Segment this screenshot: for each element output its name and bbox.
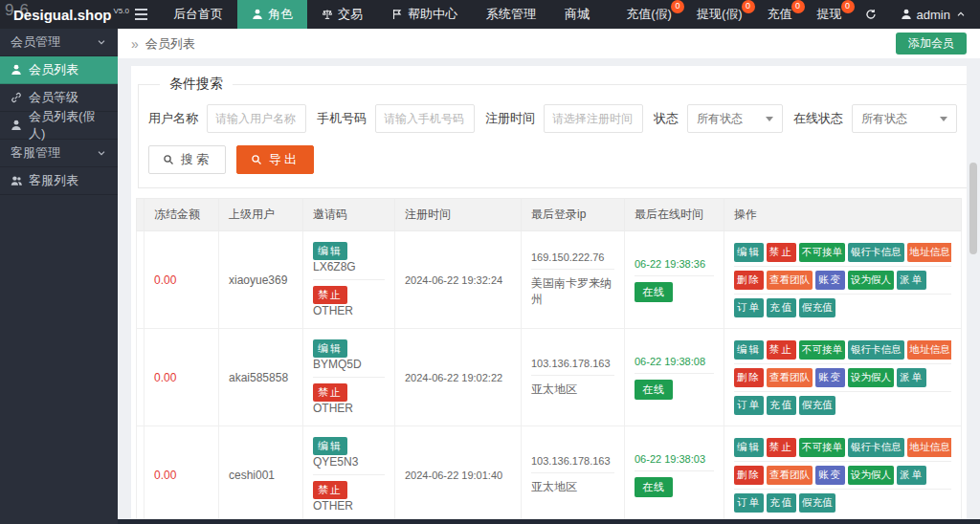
- add-member-button[interactable]: 添加会员: [896, 33, 967, 55]
- user-menu[interactable]: admin: [887, 8, 980, 22]
- fake-recharge-button[interactable]: 假充值: [799, 298, 835, 317]
- invite-code-cell: 编辑BYMQ5D禁止OTHER: [303, 329, 395, 426]
- sidebar-group-customer-service-management[interactable]: 客服管理: [0, 140, 118, 167]
- top-bar: 96 Desigual.shopV5.0 后台首页角色交易帮助中心系统管理商城 …: [0, 0, 980, 29]
- fake-recharge-button[interactable]: 假充值: [799, 493, 835, 513]
- delete-button[interactable]: 删除: [734, 466, 764, 485]
- invite-ban-button[interactable]: 禁止: [313, 481, 347, 499]
- table-row: 0.00akai585858编辑BYMQ5D禁止OTHER2024-06-22 …: [137, 329, 962, 426]
- phone-input[interactable]: [375, 104, 475, 133]
- online-status-badge: 在线: [635, 477, 673, 497]
- invite-ban-button[interactable]: 禁止: [313, 383, 347, 402]
- view-team-button[interactable]: 查看团队: [767, 368, 813, 387]
- invite-channel-row: 禁止OTHER: [313, 279, 385, 323]
- export-button[interactable]: 导出: [236, 145, 314, 174]
- shortcut-label: 充值(假): [626, 7, 672, 21]
- set-as-fake-button[interactable]: 设为假人: [848, 466, 894, 485]
- caret-icon: [766, 117, 773, 125]
- account-change-button[interactable]: 账变: [815, 368, 845, 387]
- username-input[interactable]: [207, 104, 306, 133]
- user-icon: [11, 120, 22, 131]
- vertical-scrollbar[interactable]: [969, 163, 977, 254]
- recharge-button[interactable]: 充值: [767, 396, 796, 415]
- bank-card-info-button[interactable]: 银行卡信息: [848, 243, 904, 262]
- order-button[interactable]: 订单: [734, 396, 764, 415]
- nav-item-trade[interactable]: 交易: [307, 0, 377, 29]
- invite-edit-button[interactable]: 编辑: [313, 437, 347, 455]
- nav-item-home[interactable]: 后台首页: [159, 0, 237, 29]
- sidebar-group-member-management[interactable]: 会员管理: [0, 29, 118, 56]
- account-change-button[interactable]: 账变: [815, 271, 845, 290]
- refresh-button[interactable]: [855, 9, 887, 20]
- set-as-fake-button[interactable]: 设为假人: [848, 271, 894, 290]
- shortcut-withdraw[interactable]: 提现0: [805, 0, 855, 29]
- search-actions: 搜索 导出: [148, 145, 957, 174]
- ip-value: 103.136.178.163: [531, 449, 614, 472]
- flag-icon: [391, 9, 403, 20]
- invite-ban-button[interactable]: 禁止: [313, 286, 347, 304]
- dispatch-order-button[interactable]: 派单: [897, 271, 926, 290]
- dispatch-order-button[interactable]: 派单: [897, 466, 926, 485]
- horizontal-scrollbar[interactable]: [118, 519, 980, 524]
- nav-item-label: 角色: [268, 0, 293, 29]
- fake-recharge-button[interactable]: 假充值: [799, 396, 835, 415]
- ban-button[interactable]: 禁止: [767, 438, 796, 457]
- set-as-fake-button[interactable]: 设为假人: [848, 368, 894, 387]
- address-info-button[interactable]: 地址信息: [907, 438, 952, 457]
- sidebar-item-member-list-fake[interactable]: 会员列表(假人): [0, 112, 118, 140]
- recharge-button[interactable]: 充值: [767, 493, 796, 513]
- nav-item-role[interactable]: 角色: [237, 0, 307, 29]
- sidebar-item-customer-service-list[interactable]: 客服列表: [0, 167, 118, 195]
- address-info-button[interactable]: 地址信息: [907, 340, 952, 360]
- address-info-button[interactable]: 地址信息: [907, 243, 952, 262]
- sidebar-item-member-list[interactable]: 会员列表: [0, 56, 118, 84]
- status-select-value: 所有状态: [697, 111, 743, 127]
- operation-row: 订单充值假充值: [734, 489, 951, 516]
- register-time-cell: 2024-06-22 19:01:40: [395, 426, 522, 524]
- bank-card-info-button[interactable]: 银行卡信息: [848, 340, 904, 360]
- col-register-time: 注册时间: [395, 199, 522, 231]
- ip-location: 亚太地区: [531, 472, 614, 501]
- account-change-button[interactable]: 账变: [815, 466, 845, 485]
- view-team-button[interactable]: 查看团队: [767, 271, 813, 290]
- shortcut-withdraw-fake[interactable]: 提现(假)0: [684, 0, 755, 29]
- no-accept-order-button[interactable]: 不可接单: [799, 438, 845, 457]
- nav-item-system-manage[interactable]: 系统管理: [472, 0, 550, 29]
- edit-button[interactable]: 编辑: [734, 340, 764, 360]
- edit-button[interactable]: 编辑: [734, 438, 764, 457]
- order-button[interactable]: 订单: [734, 298, 764, 317]
- delete-button[interactable]: 删除: [734, 271, 764, 290]
- ban-button[interactable]: 禁止: [767, 340, 796, 360]
- main-area: » 会员列表 添加会员 条件搜索 用户名称手机号码注册时间状态所有状态在线状态所…: [118, 29, 980, 524]
- recharge-button[interactable]: 充值: [767, 298, 796, 317]
- sidebar-item-label: 客服列表: [29, 172, 78, 189]
- last-online-time-value: 06-22 19:38:03: [635, 448, 714, 470]
- edit-button[interactable]: 编辑: [734, 243, 764, 262]
- invite-channel-value: OTHER: [313, 304, 353, 317]
- status-select[interactable]: 所有状态: [687, 104, 783, 133]
- invite-edit-button[interactable]: 编辑: [313, 339, 347, 358]
- nav-item-mall[interactable]: 商城: [550, 0, 604, 29]
- app-logo-version: V5.0: [114, 7, 129, 15]
- view-team-button[interactable]: 查看团队: [767, 466, 813, 485]
- online-status-select[interactable]: 所有状态: [852, 104, 957, 133]
- register-time-input[interactable]: [544, 104, 643, 133]
- dispatch-order-button[interactable]: 派单: [897, 368, 926, 387]
- no-accept-order-button[interactable]: 不可接单: [799, 243, 845, 262]
- no-accept-order-button[interactable]: 不可接单: [799, 340, 845, 360]
- shortcut-recharge[interactable]: 充值0: [755, 0, 805, 29]
- order-button[interactable]: 订单: [734, 493, 764, 513]
- invite-edit-button[interactable]: 编辑: [313, 242, 347, 260]
- operation-row: 编辑禁止不可接单银行卡信息地址信息: [734, 434, 951, 461]
- parent-user-cell: ceshi001: [219, 426, 303, 524]
- bank-card-info-button[interactable]: 银行卡信息: [848, 438, 904, 457]
- nav-item-help-center[interactable]: 帮助中心: [377, 0, 472, 29]
- shortcut-recharge-fake[interactable]: 充值(假)0: [613, 0, 684, 29]
- search-button[interactable]: 搜索: [148, 145, 226, 174]
- register-time-label: 注册时间: [485, 110, 535, 127]
- notification-badge: 0: [841, 0, 855, 13]
- ban-button[interactable]: 禁止: [767, 243, 796, 262]
- delete-button[interactable]: 删除: [734, 368, 764, 387]
- ip-location: 亚太地区: [531, 375, 614, 404]
- invite-code-value: QYE5N3: [313, 455, 358, 469]
